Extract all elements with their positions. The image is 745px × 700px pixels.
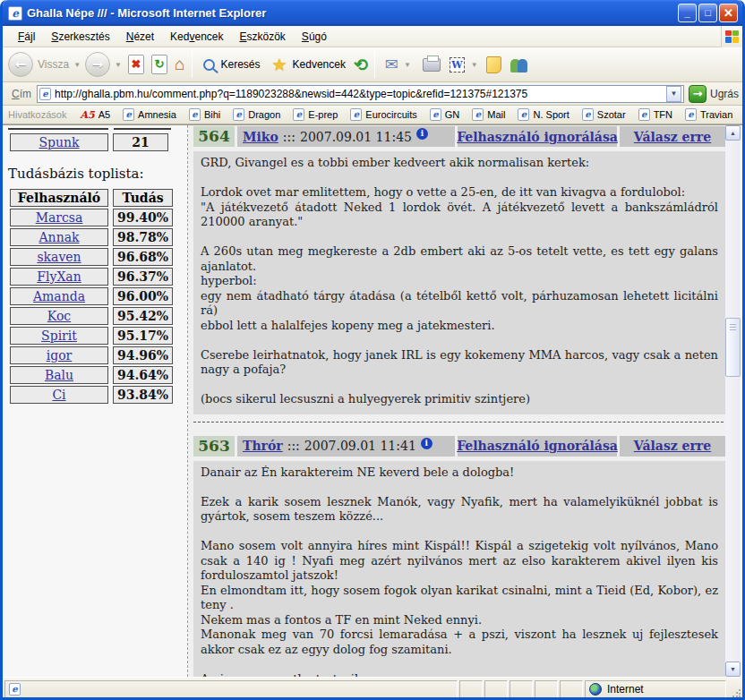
user-link-spunk[interactable]: Spunk <box>39 135 79 149</box>
address-dropdown-icon[interactable]: ▼ <box>666 86 681 102</box>
forum-post-564: 564 Miko ::: 2007.09.01 11:45 i Felhaszn… <box>193 126 725 414</box>
back-button[interactable]: ← <box>8 52 33 77</box>
links-bar-item-eurocircuits[interactable]: eEurocircuits <box>350 108 416 121</box>
author-separator: ::: <box>287 439 300 453</box>
history-button[interactable]: ⟲ <box>354 55 368 75</box>
scroll-up-button[interactable]: ▲ <box>725 125 741 141</box>
favorites-star-icon: ★ <box>272 55 287 75</box>
toolbar: ← Vissza ▼ → ▼ ✖ ↻ ⌂ Keresés ★ Kedvencek… <box>3 47 742 82</box>
user-link[interactable]: Balu <box>45 368 73 382</box>
links-bar-item-dragon[interactable]: eDragon <box>233 108 280 121</box>
user-link[interactable]: FlyXan <box>37 269 81 284</box>
edit-word-button[interactable]: W <box>450 57 465 73</box>
forum-thread: 564 Miko ::: 2007.09.01 11:45 i Felhaszn… <box>188 125 725 677</box>
mail-dropdown-icon[interactable]: ▼ <box>404 61 411 69</box>
post-body: Danair az Én karaktereim NE keverd bele … <box>193 461 725 678</box>
table-row: Balu94.64% <box>10 366 173 384</box>
post-author-cell: Thrór ::: 2007.09.01 11:41 i <box>237 436 455 457</box>
windows-flag-icon <box>725 30 739 43</box>
ie-page-icon: e <box>638 108 650 121</box>
knowledge-value: 96.68% <box>113 248 173 266</box>
ignore-user-link[interactable]: Felhasználó ignorálása <box>457 439 618 453</box>
table-row: Ci93.84% <box>10 386 173 404</box>
mail-button[interactable]: ✉ ▼ <box>379 53 417 76</box>
ignore-user-cell: Felhasználó ignorálása <box>458 126 617 147</box>
menu-view[interactable]: Nézet <box>118 28 162 46</box>
links-bar-item-tfn[interactable]: eTFN <box>638 108 672 121</box>
links-bar-item-travian[interactable]: eTravian <box>685 108 732 121</box>
favorites-label: Kedvencek <box>293 58 346 71</box>
reply-link[interactable]: Válasz erre <box>634 130 711 144</box>
toplist-table: Felhasználó Tudás Marcsa99.40% Annak98.7… <box>5 187 177 405</box>
go-button[interactable]: → Ugrás <box>689 85 739 103</box>
menu-edit[interactable]: Szerkesztés <box>43 28 117 46</box>
user-link[interactable]: igor <box>47 348 73 363</box>
toolbar-separator <box>192 51 193 78</box>
search-button[interactable]: Keresés <box>196 56 265 73</box>
reply-cell: Válasz erre <box>620 436 725 457</box>
info-icon[interactable]: i <box>421 438 432 449</box>
address-url[interactable]: http://ghalla.pbm.hu/comment.php?q=11890… <box>55 88 666 100</box>
knowledge-value: 94.64% <box>113 366 173 384</box>
status-zone-label: Internet <box>607 683 644 696</box>
home-button[interactable]: ⌂ <box>175 55 184 73</box>
user-link[interactable]: Koc <box>47 309 71 323</box>
cut-off-row <box>8 127 184 130</box>
links-bar-item-eprep[interactable]: eE-prep <box>293 108 338 121</box>
author-link[interactable]: Miko <box>243 130 278 144</box>
scroll-down-button[interactable]: ▼ <box>725 662 741 677</box>
author-link[interactable]: Thrór <box>243 439 283 453</box>
menu-help[interactable]: Súgó <box>294 28 335 46</box>
reply-link[interactable]: Válasz erre <box>634 439 711 453</box>
vertical-scrollbar[interactable]: ▲ ▼ <box>725 125 741 677</box>
scrollbar-track[interactable] <box>725 141 741 662</box>
user-link[interactable]: Spirit <box>41 329 77 343</box>
user-link[interactable]: Ci <box>52 388 65 402</box>
post-body: GRD, Givangel es a tobbi ember kedveert … <box>193 151 725 414</box>
print-button[interactable] <box>423 58 441 72</box>
info-icon[interactable]: i <box>416 128 428 140</box>
links-bar-item-gn[interactable]: eGN <box>430 108 460 121</box>
favorites-button[interactable]: ★ Kedvencek <box>266 53 351 77</box>
back-dropdown-icon[interactable]: ▼ <box>73 61 81 69</box>
maximize-button[interactable]: □ <box>698 4 717 22</box>
user-link[interactable]: Amanda <box>33 289 85 303</box>
menu-tools[interactable]: Eszközök <box>231 28 293 46</box>
ie-page-icon: e <box>472 108 484 121</box>
links-bar-item-nsport[interactable]: eN. Sport <box>518 108 569 121</box>
forward-dropdown-icon[interactable]: ▼ <box>115 61 122 69</box>
go-arrow-icon: → <box>689 85 706 103</box>
discuss-note-button[interactable] <box>486 56 501 73</box>
stop-button[interactable]: ✖ <box>128 55 144 74</box>
window-title: Ghalla Népe /// - Microsoft Internet Exp… <box>27 6 676 20</box>
address-input[interactable]: e http://ghalla.pbm.hu/comment.php?q=118… <box>37 85 684 103</box>
mail-icon: ✉ <box>385 55 398 74</box>
knowledge-value: 95.17% <box>113 327 173 345</box>
menu-favorites[interactable]: Kedvencek <box>162 28 231 46</box>
menu-file[interactable]: Fájl <box>10 28 43 46</box>
links-bar-item-a5[interactable]: A5A5 <box>80 109 110 121</box>
resize-grip[interactable] <box>728 680 741 698</box>
minimize-button[interactable]: _ <box>678 4 697 22</box>
post-number: 564 <box>193 126 235 147</box>
ignore-user-cell: Felhasználó ignorálása <box>458 436 617 457</box>
status-pane <box>560 680 583 698</box>
user-link[interactable]: skaven <box>37 250 81 264</box>
stop-icon: ✖ <box>129 57 143 71</box>
ie-logo-icon: e <box>8 6 22 21</box>
edit-dropdown-icon[interactable]: ▼ <box>471 61 478 69</box>
knowledge-value: 94.96% <box>113 346 173 364</box>
user-link[interactable]: Marcsa <box>36 210 83 225</box>
links-bar-item-bihi[interactable]: eBihi <box>189 108 220 121</box>
links-bar-item-amnesia[interactable]: eAmnesia <box>123 108 176 121</box>
user-link[interactable]: Annak <box>39 230 80 244</box>
close-button[interactable]: ✕ <box>719 4 738 22</box>
links-bar-item-mail[interactable]: eMail <box>472 108 505 121</box>
refresh-button[interactable]: ↻ <box>151 55 167 74</box>
scrollbar-thumb[interactable] <box>725 318 741 377</box>
links-bar-item-szotar[interactable]: eSzotar <box>582 108 626 121</box>
forward-button[interactable]: → <box>85 52 110 77</box>
ignore-user-link[interactable]: Felhasználó ignorálása <box>457 130 618 144</box>
messenger-button[interactable] <box>510 56 530 73</box>
status-pane <box>535 680 558 698</box>
